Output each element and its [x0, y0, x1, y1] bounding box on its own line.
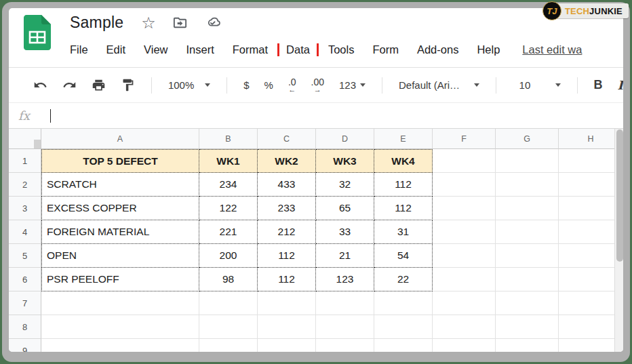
cell-D8[interactable]: [316, 315, 374, 339]
decrease-decimal-button[interactable]: .0 ←: [288, 77, 296, 94]
cell-C8[interactable]: [258, 315, 316, 339]
cell-G9[interactable]: [496, 339, 559, 352]
document-title[interactable]: Sample: [70, 14, 123, 32]
cell-G7[interactable]: [496, 291, 559, 315]
cell-C1[interactable]: WK2: [258, 149, 316, 173]
cell-A9[interactable]: [41, 339, 199, 352]
col-header-C[interactable]: C: [258, 129, 316, 149]
cell-F2[interactable]: [433, 173, 496, 197]
cell-D4[interactable]: 33: [316, 220, 374, 244]
undo-button[interactable]: [33, 78, 47, 93]
menu-item-edit[interactable]: Edit: [106, 43, 125, 56]
cell-E6[interactable]: 22: [374, 268, 433, 291]
print-button[interactable]: [92, 78, 106, 93]
cell-B8[interactable]: [199, 315, 258, 339]
cell-D6[interactable]: 123: [316, 268, 374, 291]
cell-C7[interactable]: [258, 291, 316, 315]
row-header-9[interactable]: 9: [9, 339, 41, 352]
cell-A1[interactable]: TOP 5 DEFECT: [41, 149, 199, 173]
cell-G4[interactable]: [496, 220, 559, 244]
menu-item-view[interactable]: View: [144, 43, 167, 56]
menu-item-add-ons[interactable]: Add-ons: [417, 43, 458, 56]
star-icon[interactable]: ☆: [141, 15, 156, 31]
zoom-dropdown[interactable]: 100%: [168, 79, 210, 91]
menu-item-format[interactable]: Format: [233, 43, 268, 56]
cell-G5[interactable]: [496, 244, 559, 268]
cell-F7[interactable]: [433, 291, 496, 315]
col-header-E[interactable]: E: [374, 129, 433, 149]
font-size-dropdown[interactable]: 10: [513, 79, 561, 91]
cell-D3[interactable]: 65: [316, 197, 374, 220]
vertical-scrollbar[interactable]: [614, 129, 623, 352]
cell-A2[interactable]: SCRATCH: [41, 173, 199, 197]
cell-E3[interactable]: 112: [374, 197, 433, 220]
cell-A3[interactable]: EXCESS COPPER: [41, 197, 199, 220]
increase-decimal-button[interactable]: .00 →: [311, 77, 324, 94]
last-edit-link[interactable]: Last edit wa: [522, 43, 582, 56]
cell-G1[interactable]: [496, 149, 559, 173]
row-header-8[interactable]: 8: [9, 315, 41, 339]
row-header-2[interactable]: 2: [9, 173, 41, 197]
more-formats-dropdown[interactable]: 123: [339, 79, 366, 91]
cell-H9[interactable]: [559, 339, 623, 352]
row-header-7[interactable]: 7: [9, 291, 41, 315]
cell-A5[interactable]: OPEN: [41, 244, 199, 268]
cloud-saved-icon[interactable]: [204, 14, 221, 31]
cell-B1[interactable]: WK1: [199, 149, 258, 173]
col-header-F[interactable]: F: [433, 129, 496, 149]
cell-C3[interactable]: 233: [258, 197, 316, 220]
cell-C5[interactable]: 112: [258, 244, 316, 268]
cell-B4[interactable]: 221: [199, 220, 258, 244]
row-header-3[interactable]: 3: [9, 197, 41, 220]
formula-bar[interactable]: fx: [9, 103, 623, 129]
cell-B5[interactable]: 200: [199, 244, 258, 268]
cell-F8[interactable]: [433, 315, 496, 339]
cell-H3[interactable]: [559, 197, 623, 220]
col-header-H[interactable]: H: [559, 129, 623, 149]
cell-G6[interactable]: [496, 268, 559, 291]
cell-E8[interactable]: [374, 315, 433, 339]
cell-A8[interactable]: [41, 315, 199, 339]
cell-E9[interactable]: [374, 339, 433, 352]
cell-H7[interactable]: [559, 291, 623, 315]
col-header-B[interactable]: B: [199, 129, 258, 149]
cell-D1[interactable]: WK3: [316, 149, 374, 173]
menu-item-data[interactable]: Data: [277, 43, 319, 56]
cell-H5[interactable]: [559, 244, 623, 268]
cell-G3[interactable]: [496, 197, 559, 220]
cell-B7[interactable]: [199, 291, 258, 315]
row-header-6[interactable]: 6: [9, 268, 41, 291]
cell-C4[interactable]: 212: [258, 220, 316, 244]
cell-B3[interactable]: 122: [199, 197, 258, 220]
row-header-5[interactable]: 5: [9, 244, 41, 268]
cell-D9[interactable]: [316, 339, 374, 352]
cell-F6[interactable]: [433, 268, 496, 291]
cell-A6[interactable]: PSR PEELOFF: [41, 268, 199, 291]
move-folder-icon[interactable]: [172, 15, 188, 31]
cell-F5[interactable]: [433, 244, 496, 268]
paint-format-button[interactable]: [121, 78, 135, 93]
col-header-D[interactable]: D: [316, 129, 374, 149]
col-header-G[interactable]: G: [496, 129, 559, 149]
redo-button[interactable]: [62, 78, 77, 93]
menu-item-insert[interactable]: Insert: [186, 43, 214, 56]
cell-H1[interactable]: [559, 149, 623, 173]
currency-format-button[interactable]: $: [243, 79, 249, 91]
cell-D7[interactable]: [316, 291, 374, 315]
cell-G2[interactable]: [496, 173, 559, 197]
row-header-1[interactable]: 1: [9, 149, 41, 173]
cell-E4[interactable]: 31: [374, 220, 433, 244]
cell-D2[interactable]: 32: [316, 173, 374, 197]
col-header-A[interactable]: A: [41, 129, 199, 149]
cell-F3[interactable]: [433, 197, 496, 220]
cell-E1[interactable]: WK4: [374, 149, 433, 173]
menu-item-tools[interactable]: Tools: [328, 43, 355, 56]
menu-item-form[interactable]: Form: [372, 43, 399, 56]
bold-button[interactable]: B: [594, 78, 603, 92]
select-all-corner[interactable]: [9, 129, 41, 149]
cell-F9[interactable]: [433, 339, 496, 352]
cell-A7[interactable]: [41, 291, 199, 315]
cell-H4[interactable]: [559, 220, 623, 244]
cell-H2[interactable]: [559, 173, 623, 197]
cell-F4[interactable]: [433, 220, 496, 244]
